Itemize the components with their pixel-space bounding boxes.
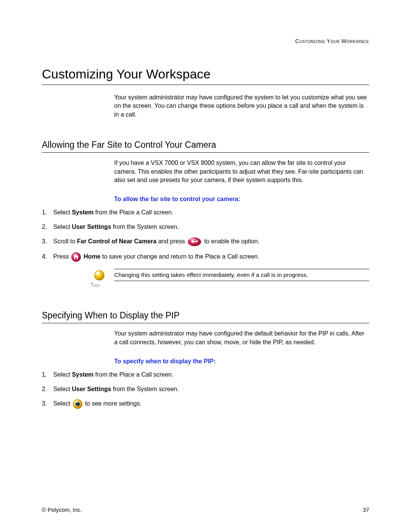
step-item: 3. Select — [42, 399, 369, 409]
step-item: 3. Scroll to Far Control of Near Camera … — [42, 237, 369, 247]
step-number: 4. — [42, 252, 53, 261]
step-number: 3. — [42, 399, 53, 408]
step-number: 2. — [42, 385, 53, 394]
step-item: 1. Select System from the Place a Call s… — [42, 370, 369, 379]
body-paragraph: If you have a VSX 7000 or VSX 8000 syste… — [114, 159, 369, 184]
running-header: Customizing Your Workspace — [295, 38, 369, 44]
svg-point-6 — [94, 270, 104, 280]
step-text: Select System from the Place a Call scre… — [53, 208, 369, 217]
step-text: Select User Settings from the System scr… — [53, 222, 369, 232]
step-number: 1. — [42, 208, 53, 217]
steps-list: 1. Select System from the Place a Call s… — [42, 208, 369, 262]
document-page: Customizing Your Workspace Customizing Y… — [0, 0, 411, 532]
step-text: Scroll to Far Control of Near Camera and… — [53, 237, 369, 247]
step-text: Select — [53, 399, 369, 409]
step-item: 1. Select System from the Place a Call s… — [42, 208, 369, 217]
note-text: Changing this setting takes effect immed… — [114, 269, 369, 281]
section-heading-pip: Specifying When to Display the PIP — [42, 310, 369, 323]
note-pin-icon — [88, 269, 107, 289]
enter-button-icon — [187, 237, 202, 247]
step-number: 2. — [42, 222, 53, 232]
svg-point-7 — [96, 272, 100, 275]
page-footer: © Polycom, Inc. 37 — [42, 506, 369, 513]
step-text: Press — [53, 252, 369, 262]
step-item: 2. Select User Settings from the System … — [42, 385, 369, 394]
footer-copyright: © Polycom, Inc. — [42, 506, 82, 513]
intro-paragraph: Your system administrator may have confi… — [114, 93, 369, 119]
task-heading: To specify when to display the PIP: — [114, 358, 369, 365]
next-arrow-icon — [73, 399, 83, 409]
step-number: 1. — [42, 370, 53, 379]
step-text: Select System from the Place a Call scre… — [53, 370, 369, 379]
home-button-icon — [71, 252, 81, 262]
steps-list: 1. Select System from the Place a Call s… — [42, 370, 369, 409]
body-paragraph: Your system administrator may have confi… — [114, 329, 369, 347]
section-heading-far-site: Allowing the Far Site to Control Your Ca… — [42, 140, 369, 153]
footer-page-number: 37 — [363, 506, 369, 513]
svg-point-4 — [91, 284, 101, 287]
step-number: 3. — [42, 237, 53, 246]
task-heading: To allow the far site to control your ca… — [114, 196, 369, 203]
page-title: Customizing Your Workspace — [42, 67, 369, 85]
step-item: 4. Press — [42, 252, 369, 262]
step-text: Select User Settings from the System scr… — [53, 385, 369, 394]
note-row: Changing this setting takes effect immed… — [42, 269, 369, 289]
step-item: 2. Select User Settings from the System … — [42, 222, 369, 232]
svg-point-1 — [190, 238, 196, 241]
